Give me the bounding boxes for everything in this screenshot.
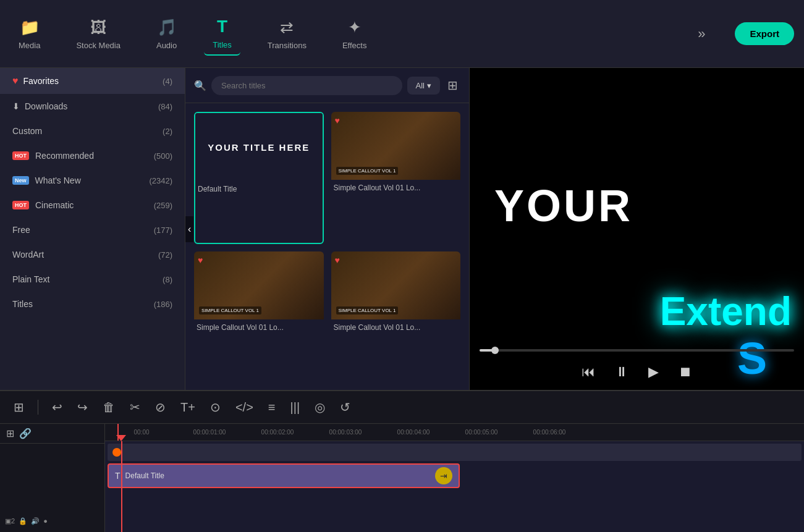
text-tool-button[interactable]: T+ — [177, 397, 199, 418]
sidebar-item-custom[interactable]: Custom (2) — [0, 119, 185, 143]
filter-label: All — [416, 81, 425, 90]
sidebar-item-free[interactable]: Free (177) — [0, 217, 185, 242]
sidebar-item-downloads[interactable]: ⬇ Downloads (84) — [0, 94, 185, 119]
scroll-left-arrow[interactable]: ‹ — [185, 216, 193, 242]
nav-effects[interactable]: ✦ Effects — [334, 13, 376, 55]
orange-marker — [112, 448, 121, 457]
title-track[interactable]: T Default Title ⇥ — [108, 463, 460, 488]
nav-titles-label: Titles — [213, 40, 232, 49]
preview-area: YOUR Extend S ⏮ ⏸ ▶ ⏹ — [470, 68, 804, 390]
rotate-button[interactable]: ↺ — [336, 396, 354, 418]
nav-stock[interactable]: 🖼 Stock Media — [67, 13, 129, 55]
undo-button[interactable]: ↩ — [48, 396, 66, 418]
stop-button[interactable]: ⏹ — [675, 360, 696, 384]
video-track — [108, 444, 802, 461]
handle-arrow-icon: ⇥ — [440, 471, 447, 481]
callout1-thumb: ♥ SIMPLE CALLOUT VOL 1 — [331, 112, 461, 180]
timeline-controls: ⊞ 🔗 — [0, 424, 104, 444]
track-end-handle[interactable]: ⇥ — [435, 467, 452, 484]
track-lock-icon: 🔒 — [19, 517, 27, 525]
nav-titles[interactable]: T Titles — [204, 12, 240, 56]
s-text-overlay: S — [737, 333, 767, 384]
track-mute-icon: 🔊 — [31, 517, 40, 525]
time-mark-5: 00:00:05:00 — [447, 429, 515, 436]
callout2-image: SIMPLE CALLOUT VOL 1 — [194, 251, 324, 319]
hot-badge-cinematic: HOT — [12, 201, 29, 209]
sidebar-item-cinematic[interactable]: HOT Cinematic (259) — [0, 193, 185, 217]
titles-grid-panel: 🔍 All ▾ ⊞ ‹ YOUR TITLE HERE Default Titl… — [185, 68, 470, 390]
download-icon: ⬇ — [12, 101, 20, 111]
timeline-area: ⊞ 🔗 ▣2 🔒 🔊 ● 00:00 00:00:01:00 00:00:02:… — [0, 424, 804, 532]
layout-tool-button[interactable]: ⊞ — [10, 396, 28, 418]
time-mark-1: 00:00:01:00 — [176, 429, 243, 436]
callout2-thumb: ♥ SIMPLE CALLOUT VOL 1 — [194, 251, 324, 319]
audio-waves-button[interactable]: ||| — [287, 397, 304, 418]
title-card-default[interactable]: YOUR TITLE HERE Default Title — [194, 112, 324, 244]
nav-media-label: Media — [19, 41, 40, 50]
code-button[interactable]: </> — [232, 397, 257, 418]
search-icon: 🔍 — [194, 80, 206, 91]
callout1-image: SIMPLE CALLOUT VOL 1 — [331, 112, 461, 180]
callout3-label: Simple Callout Vol 01 Lo... — [331, 319, 461, 336]
chevron-down-icon: ▾ — [427, 81, 431, 90]
sidebar-item-whatsnew[interactable]: New What's New (2342) — [0, 168, 185, 193]
nav-audio[interactable]: 🎵 Audio — [148, 13, 185, 55]
hot-badge-recommended: HOT — [12, 151, 29, 160]
new-badge: New — [12, 176, 29, 185]
search-bar: 🔍 All ▾ ⊞ — [185, 68, 469, 103]
step-back-button[interactable]: ⏮ — [578, 360, 599, 384]
export-button[interactable]: Export — [735, 22, 794, 45]
settings-button[interactable]: ≡ — [264, 397, 279, 418]
progress-bar[interactable] — [480, 349, 794, 352]
time-mark-3: 00:00:03:00 — [311, 429, 379, 436]
sidebar-item-recommended[interactable]: HOT Recommended (500) — [0, 143, 185, 168]
disable-button[interactable]: ⊘ — [151, 396, 169, 418]
circle-button[interactable]: ◎ — [311, 396, 329, 418]
sidebar-item-wordart[interactable]: WordArt (72) — [0, 242, 185, 267]
callout3-thumb: ♥ SIMPLE CALLOUT VOL 1 — [331, 251, 461, 319]
playhead-indicator — [116, 435, 126, 441]
more-nav-button[interactable]: » — [693, 21, 710, 47]
bottom-section: ⊞ ↩ ↪ 🗑 ✂ ⊘ T+ ⊙ </> ≡ ||| ◎ ↺ ⊞ 🔗 ▣2 🔒 … — [0, 390, 804, 532]
nav-transitions-label: Transitions — [268, 41, 307, 50]
grid-view-button[interactable]: ⊞ — [445, 75, 460, 95]
extend-text-overlay: Extend — [648, 282, 804, 340]
track-vis-icon: ● — [43, 517, 48, 525]
nav-stock-label: Stock Media — [76, 41, 121, 50]
callout1-label: Simple Callout Vol 01 Lo... — [331, 180, 461, 196]
time-ruler: 00:00 00:00:01:00 00:00:02:00 00:00:03:0… — [105, 424, 804, 441]
time-mark-6: 00:00:06:00 — [515, 429, 583, 436]
sidebar-item-titles[interactable]: Titles (186) — [0, 292, 185, 316]
link-button[interactable]: 🔗 — [19, 428, 32, 439]
play-button[interactable]: ▶ — [645, 360, 662, 384]
tracks-container: T Default Title ⇥ — [105, 441, 804, 532]
audio-icon: 🎵 — [157, 18, 177, 37]
toolbar-row: ⊞ ↩ ↪ 🗑 ✂ ⊘ T+ ⊙ </> ≡ ||| ◎ ↺ — [0, 391, 804, 424]
sidebar-item-favorites[interactable]: ♥ Favorites (4) — [0, 68, 185, 94]
playhead-vertical — [121, 441, 122, 532]
sidebar: ♥ Favorites (4) ⬇ Downloads (84) Custom … — [0, 68, 185, 390]
frame-back-button[interactable]: ⏸ — [611, 360, 632, 384]
progress-dot — [491, 347, 499, 354]
time-mark-2: 00:00:02:00 — [243, 429, 311, 436]
title-card-callout1[interactable]: ♥ SIMPLE CALLOUT VOL 1 Simple Callout Vo… — [331, 112, 461, 244]
delete-button[interactable]: 🗑 — [99, 397, 119, 418]
title-track-icon: T — [115, 471, 121, 481]
callout3-image: SIMPLE CALLOUT VOL 1 — [331, 251, 461, 319]
search-input[interactable] — [211, 76, 402, 95]
favorite-icon-callout3: ♥ — [335, 255, 340, 265]
nav-transitions[interactable]: ⇄ Transitions — [259, 13, 315, 55]
snap-button[interactable]: ⊞ — [6, 428, 14, 439]
track-label-row-video: ▣2 🔒 🔊 ● — [0, 510, 104, 532]
timeline-right-panel: 00:00 00:00:01:00 00:00:02:00 00:00:03:0… — [105, 424, 804, 532]
default-title-label: Default Title — [195, 181, 323, 197]
title-card-callout2[interactable]: ♥ SIMPLE CALLOUT VOL 1 Simple Callout Vo… — [194, 251, 324, 381]
timer-button[interactable]: ⊙ — [206, 396, 224, 418]
track-num-2: ▣2 — [5, 517, 15, 525]
cut-button[interactable]: ✂ — [126, 396, 144, 418]
nav-media[interactable]: 📁 Media — [10, 13, 49, 55]
title-card-callout3[interactable]: ♥ SIMPLE CALLOUT VOL 1 Simple Callout Vo… — [331, 251, 461, 381]
filter-dropdown[interactable]: All ▾ — [407, 77, 440, 95]
sidebar-item-plaintext[interactable]: Plain Text (8) — [0, 267, 185, 292]
redo-button[interactable]: ↪ — [74, 396, 91, 418]
